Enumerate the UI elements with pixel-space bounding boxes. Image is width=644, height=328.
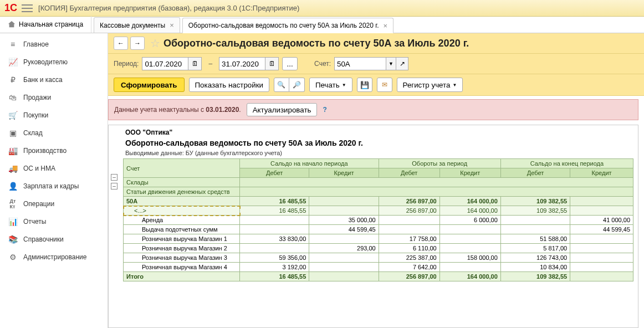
sidebar-item-sales[interactable]: 🛍Продажи [0,89,108,106]
params-bar: Период: 🗓 – 🗓 ... Счет: ▼ ↗ [108,54,644,74]
warning-banner: Данные учета неактуальны с 03.01.2020. А… [108,99,638,120]
show-settings-button[interactable]: Показать настройки [189,78,269,92]
sidebar-item-bank[interactable]: ₽Банк и касса [0,71,108,89]
header-bar: ← → ☆ Оборотно-сальдовая ведомость по сч… [108,33,644,54]
th-end: Сальдо на конец периода [500,159,633,168]
save-icon[interactable]: 💾 [357,78,372,92]
register-button[interactable]: Регистр учета▼ [397,78,463,92]
gear-icon: ⚙ [8,252,18,262]
sidebar-item-purchases[interactable]: 🛒Покупки [0,106,108,124]
sidebar-item-admin[interactable]: ⚙Администрирование [0,248,108,266]
period-picker-button[interactable]: ... [282,57,298,70]
date-from-input[interactable] [142,57,188,70]
person-icon: 👤 [8,181,18,191]
tab-osv-report[interactable]: Оборотно-сальдовая ведомость по счету 50… [182,18,393,33]
sidebar-item-production[interactable]: 🏭Производство [0,142,108,160]
table-row[interactable]: Аренда35 000,006 000,0041 000,00 [124,216,633,225]
table-row[interactable]: Выдача подотчетных сумм44 599,4544 599,4… [124,225,633,234]
th-debit: Дебет [500,168,570,178]
account-input[interactable] [334,57,386,70]
sidebar-item-reports[interactable]: 📊Отчеты [0,213,108,230]
org-name: ООО "Оптика" [123,127,638,137]
back-button[interactable]: ← [114,37,128,50]
report-table: Счет Сальдо на начало периода Обороты за… [123,158,633,281]
page-title: Оборотно-сальдовая ведомость по счету 50… [163,38,469,49]
dash: – [208,60,212,68]
th-account: Счет [124,159,240,178]
tab-cash-documents[interactable]: Кассовые документы × [94,17,180,33]
th-credit: Кредит [570,168,633,178]
tabbar: Начальная страница Кассовые документы × … [0,17,644,33]
report-subtitle: Выводимые данные: БУ (данные бухгалтерск… [123,150,638,158]
factory-icon: 🏭 [8,146,18,156]
titlebar: 1C [КОПИЯ] Бухгалтерия предприятия (базо… [0,0,644,17]
table-row[interactable]: Розничная выручка Магазин 2293,006 110,0… [124,244,633,253]
th-warehouses: Склады [124,178,240,187]
total-row: Итого 16 485,55 256 897,00164 000,00 109… [124,272,633,281]
toolbar: Сформировать Показать настройки 🔍 🔎 Печа… [108,74,644,96]
cart-icon: 🛒 [8,110,18,120]
calendar-icon[interactable]: 🗓 [188,57,202,70]
th-articles: Статьи движения денежных средств [124,187,240,197]
find-clear-icon[interactable]: 🔎 [289,78,305,92]
books-icon: 📚 [8,234,18,244]
close-icon[interactable]: × [170,21,174,29]
close-icon[interactable]: × [384,22,388,30]
form-button[interactable]: Сформировать [114,78,185,92]
table-row[interactable]: 50А16 485,55256 897,00164 000,00109 382,… [124,197,633,206]
ruble-icon: ₽ [8,75,18,85]
sidebar-item-catalogs[interactable]: 📚Справочники [0,230,108,248]
period-label: Период: [114,60,139,68]
sidebar-item-operations[interactable]: ДтКтОперации [0,195,108,213]
tab-home[interactable]: Начальная страница [0,16,91,33]
chevron-down-icon: ▼ [452,83,457,88]
sidebar-item-assets[interactable]: 🚚ОС и НМА [0,160,108,177]
mail-icon[interactable]: ✉ [377,78,392,92]
sidebar: ≡Главное 📈Руководителю ₽Банк и касса 🛍Пр… [0,33,108,328]
report-title: Оборотно-сальдовая ведомость по счету 50… [123,137,638,150]
app-logo: 1C [4,2,17,14]
collapse-icon[interactable]: – [111,174,117,181]
calendar-icon[interactable]: 🗓 [265,57,279,70]
th-debit: Дебет [240,168,309,178]
boxes-icon: ▣ [8,128,18,138]
sidebar-item-manager[interactable]: 📈Руководителю [0,53,108,71]
date-to-input[interactable] [219,57,265,70]
table-row[interactable]: <...>16 485,55256 897,00164 000,00109 38… [124,206,633,216]
warning-text: Данные учета неактуальны с 03.01.2020. [114,106,241,114]
truck-icon: 🚚 [8,163,18,173]
tree-gutter: – – [111,174,121,192]
window-title: [КОПИЯ] Бухгалтерия предприятия (базовая… [38,4,299,12]
sidebar-item-main[interactable]: ≡Главное [0,35,108,53]
chevron-down-icon[interactable]: ▼ [386,57,396,70]
table-row[interactable]: Розничная выручка Магазин 43 192,007 642… [124,263,633,272]
print-button[interactable]: Печать▼ [309,78,352,92]
open-ref-icon[interactable]: ↗ [396,57,408,70]
report-area[interactable]: – – ООО "Оптика" Оборотно-сальдовая ведо… [108,125,638,328]
sidebar-item-payroll[interactable]: 👤Зарплата и кадры [0,177,108,195]
th-turnover: Обороты за период [379,159,500,168]
dtct-icon: ДтКт [8,199,18,209]
menu-lines-icon: ≡ [8,39,18,49]
chart-line-icon: 📈 [8,57,18,67]
actualize-button[interactable]: Актуализировать [247,103,318,116]
table-row[interactable]: Розничная выручка Магазин 133 830,0017 7… [124,234,633,244]
find-icon[interactable]: 🔍 [274,78,289,92]
tab-label: Оборотно-сальдовая ведомость по счету 50… [188,22,379,29]
tab-home-label: Начальная страница [19,20,83,28]
help-icon[interactable]: ? [323,106,326,114]
account-label: Счет: [314,60,331,68]
sidebar-item-warehouse[interactable]: ▣Склад [0,124,108,142]
forward-button[interactable]: → [130,37,145,50]
bag-icon: 🛍 [8,93,18,102]
bar-chart-icon: 📊 [8,217,18,227]
collapse-icon[interactable]: – [111,183,117,189]
tab-label: Кассовые документы [100,22,165,29]
home-icon [8,20,16,28]
favorite-icon[interactable]: ☆ [150,37,160,50]
menu-icon[interactable] [22,4,33,12]
table-row[interactable]: Розничная выручка Магазин 359 356,00225 … [124,253,633,263]
th-credit: Кредит [439,168,500,178]
chevron-down-icon: ▼ [342,83,346,88]
th-credit: Кредит [309,168,379,178]
